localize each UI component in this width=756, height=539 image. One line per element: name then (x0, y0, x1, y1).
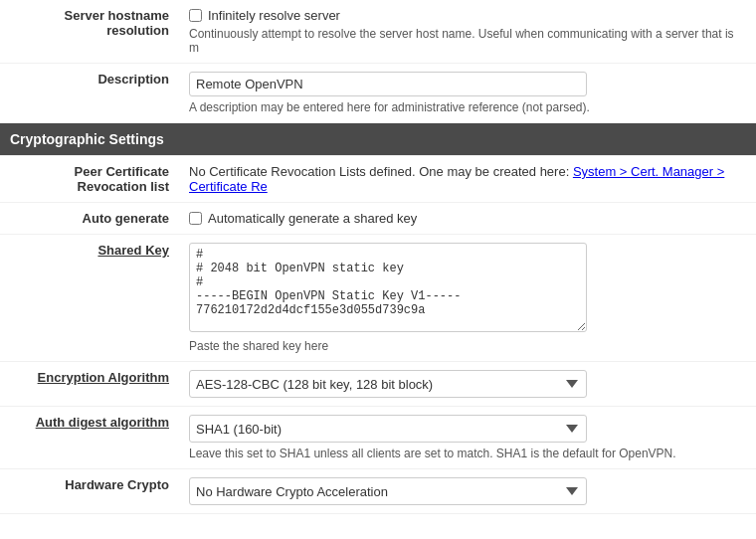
description-help: A description may be entered here for ad… (189, 100, 746, 114)
shared-key-help: Paste the shared key here (189, 339, 746, 353)
auth-digest-row: Auth digest algorithm SHA1 (160-bit) SHA… (0, 407, 756, 469)
server-hostname-content: Infinitely resolve server Continuously a… (179, 0, 756, 64)
encryption-algorithm-content: AES-128-CBC (128 bit key, 128 bit block)… (179, 362, 756, 407)
encryption-algorithm-label: Encryption Algorithm (0, 362, 179, 407)
peer-cert-revocation-row: Peer CertificateRevocation list No Certi… (0, 156, 756, 203)
shared-key-textarea-wrapper: # # 2048 bit OpenVPN static key # -----B… (189, 243, 587, 332)
description-input[interactable] (189, 72, 587, 96)
auto-generate-label: Auto generate (0, 203, 179, 235)
infinitely-resolve-row: Infinitely resolve server (189, 8, 746, 23)
infinitely-resolve-checkbox[interactable] (189, 9, 202, 22)
shared-key-label-text: Shared Key (97, 243, 169, 258)
crypto-section-header-row: Cryptographic Settings (0, 123, 756, 156)
auto-generate-checkbox-label: Automatically generate a shared key (208, 211, 417, 226)
auto-generate-checkbox-row: Automatically generate a shared key (189, 211, 746, 226)
description-row: Description A description may be entered… (0, 64, 756, 123)
auth-digest-help: Leave this set to SHA1 unless all client… (189, 447, 746, 460)
infinitely-resolve-label: Infinitely resolve server (208, 8, 340, 23)
auth-digest-content: SHA1 (160-bit) SHA256 (256-bit) SHA512 (… (179, 407, 756, 469)
settings-form: Server hostnameresolution Infinitely res… (0, 0, 756, 514)
hardware-crypto-label: Hardware Crypto (0, 469, 179, 514)
auth-digest-label: Auth digest algorithm (0, 407, 179, 469)
hardware-crypto-content: No Hardware Crypto Acceleration AES-NI C… (179, 469, 756, 514)
auto-generate-checkbox[interactable] (189, 212, 202, 225)
shared-key-row: Shared Key # # 2048 bit OpenVPN static k… (0, 235, 756, 362)
peer-cert-content: No Certificate Revocation Lists defined.… (179, 156, 756, 203)
auth-digest-label-text: Auth digest algorithm (36, 415, 169, 430)
description-content: A description may be entered here for ad… (179, 64, 756, 123)
server-hostname-resolution-row: Server hostnameresolution Infinitely res… (0, 0, 756, 64)
shared-key-label: Shared Key (0, 235, 179, 362)
crypto-section-header: Cryptographic Settings (0, 123, 756, 156)
shared-key-content: # # 2048 bit OpenVPN static key # -----B… (179, 235, 756, 362)
peer-cert-text: No Certificate Revocation Lists defined.… (189, 164, 573, 179)
hardware-crypto-select[interactable]: No Hardware Crypto Acceleration AES-NI C… (189, 477, 587, 505)
auto-generate-content: Automatically generate a shared key (179, 203, 756, 235)
encryption-algorithm-select[interactable]: AES-128-CBC (128 bit key, 128 bit block)… (189, 370, 587, 398)
auth-digest-select[interactable]: SHA1 (160-bit) SHA256 (256-bit) SHA512 (… (189, 415, 587, 443)
server-hostname-label: Server hostnameresolution (0, 0, 179, 64)
peer-cert-label: Peer CertificateRevocation list (0, 156, 179, 203)
description-label: Description (0, 64, 179, 123)
encryption-algorithm-row: Encryption Algorithm AES-128-CBC (128 bi… (0, 362, 756, 407)
shared-key-textarea[interactable]: # # 2048 bit OpenVPN static key # -----B… (189, 243, 587, 332)
hardware-crypto-row: Hardware Crypto No Hardware Crypto Accel… (0, 469, 756, 514)
server-hostname-help: Continuously attempt to resolve the serv… (189, 27, 746, 55)
encryption-algorithm-label-text: Encryption Algorithm (38, 370, 169, 385)
auto-generate-row: Auto generate Automatically generate a s… (0, 203, 756, 235)
